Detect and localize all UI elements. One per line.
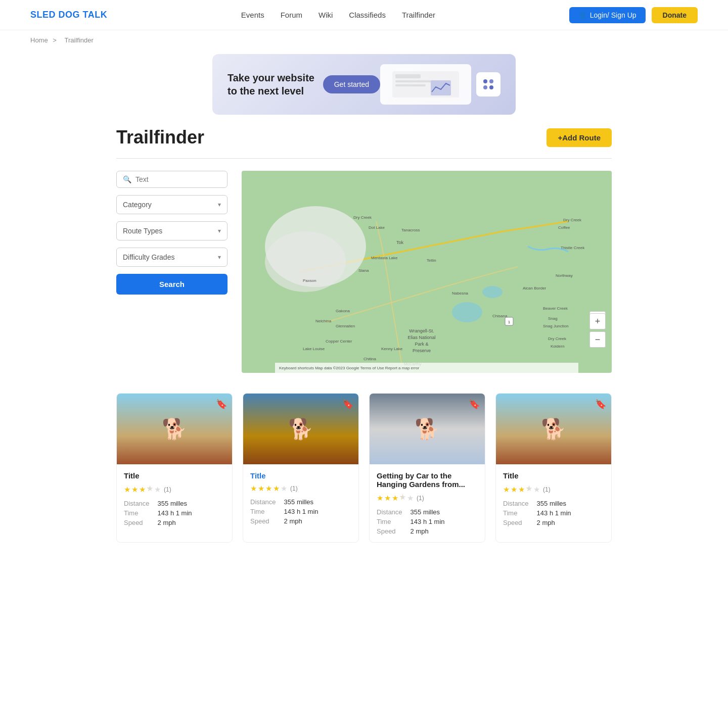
search-button[interactable]: Search [116, 274, 228, 295]
nav-trailfinder[interactable]: Trailfinder [402, 11, 435, 19]
bookmark-icon[interactable]: 🔖 [216, 399, 227, 410]
time-value: 143 h 1 min [537, 509, 604, 517]
svg-point-13 [482, 286, 503, 298]
bookmark-icon[interactable]: 🔖 [469, 399, 480, 410]
svg-text:Tetlin: Tetlin [427, 258, 436, 263]
rating-count: (1) [417, 495, 424, 502]
star-full: ★ [518, 485, 525, 494]
svg-point-6 [489, 79, 493, 83]
svg-rect-2 [395, 80, 436, 82]
star-full: ★ [511, 485, 517, 494]
zoom-out-button[interactable]: − [589, 331, 606, 348]
category-label: Category [123, 201, 152, 209]
time-label: Time [124, 509, 150, 517]
svg-rect-4 [431, 80, 451, 95]
distance-label: Distance [250, 498, 276, 506]
nav-forum[interactable]: Forum [281, 11, 302, 19]
svg-text:Gakona: Gakona [336, 309, 350, 313]
svg-text:Tok: Tok [396, 240, 404, 245]
category-chevron-down-icon: ▾ [218, 201, 221, 208]
ad-icon [476, 72, 500, 96]
star-empty: ★ [407, 494, 414, 503]
svg-text:Snag: Snag [548, 316, 558, 321]
star-half: ★ ★ [399, 493, 406, 503]
time-value: 143 h 1 min [411, 518, 478, 525]
svg-point-7 [483, 85, 487, 89]
rating-count: (1) [290, 485, 298, 492]
route-types-chevron-down-icon: ▾ [218, 227, 221, 234]
card-body: Title ★★★★★ (1) Distance 355 milles Time… [243, 464, 358, 532]
nav-wiki[interactable]: Wiki [318, 11, 333, 19]
card-stars: ★★★★★ (1) [250, 484, 351, 493]
category-dropdown[interactable]: Category ▾ [116, 195, 228, 214]
rating-count: (1) [543, 486, 551, 493]
main-content: 🔍 Category ▾ Route Types ▾ Difficulty Gr… [86, 158, 642, 543]
svg-text:Chitina: Chitina [363, 357, 376, 361]
map-container[interactable]: Tok Dry Creek Coffee Thistle Creek Lake … [242, 171, 612, 373]
card-body: Getting by Car to the Hanging Gardens fr… [370, 464, 485, 542]
svg-point-12 [452, 302, 482, 322]
svg-text:Mentasta Lake: Mentasta Lake [371, 256, 398, 260]
text-search-wrap: 🔍 [116, 171, 228, 188]
breadcrumb-home[interactable]: Home [30, 36, 48, 44]
speed-value: 2 mph [411, 527, 478, 535]
svg-text:Coffee: Coffee [558, 225, 570, 230]
difficulty-grades-chevron-down-icon: ▾ [218, 254, 221, 261]
nav-events[interactable]: Events [241, 11, 264, 19]
card-body: Title ★★★ ★ ★ ★ (1) Distance 355 milles … [496, 464, 611, 534]
distance-value: 355 milles [158, 500, 225, 507]
card-stars: ★★★ ★ ★ ★ (1) [124, 484, 225, 495]
star-full: ★ [392, 494, 398, 503]
star-empty: ★ [154, 485, 161, 494]
zoom-in-button[interactable]: + [589, 313, 606, 329]
search-icon: 🔍 [123, 175, 131, 183]
svg-text:Northway: Northway [556, 273, 573, 278]
header-actions: 👤 Login/ Sign Up Donate [569, 7, 698, 23]
trail-card[interactable]: 🐕 🔖 Title ★★★ ★ ★ ★ (1) Distance 355 mil… [495, 393, 612, 543]
nav-classifieds[interactable]: Classifieds [349, 11, 386, 19]
svg-text:Glennallen: Glennallen [336, 324, 355, 328]
cards-section: 🐕 🔖 Title ★★★ ★ ★ ★ (1) Distance 355 mil… [116, 393, 612, 543]
page-title-area: Trailfinder +Add Route [86, 127, 642, 158]
trail-card[interactable]: 🐕 🔖 Title ★★★ ★ ★ ★ (1) Distance 355 mil… [116, 393, 233, 543]
card-title: Title [503, 471, 604, 480]
difficulty-grades-dropdown[interactable]: Difficulty Grades ▾ [116, 248, 228, 267]
trail-card[interactable]: 🐕 🔖 Title ★★★★★ (1) Distance 355 milles … [243, 393, 359, 543]
star-full: ★ [503, 485, 510, 494]
bookmark-icon[interactable]: 🔖 [342, 399, 353, 410]
trail-card[interactable]: 🐕 🔖 Getting by Car to the Hanging Garden… [369, 393, 485, 543]
page-title: Trailfinder [116, 127, 204, 148]
distance-value: 355 milles [284, 498, 351, 506]
svg-text:Koidern: Koidern [551, 344, 565, 349]
star-full: ★ [124, 485, 130, 494]
breadcrumb-current: Trailfinder [65, 36, 94, 44]
card-title: Title [124, 471, 225, 480]
card-stats: Distance 355 milles Time 143 h 1 min Spe… [377, 508, 478, 535]
text-search-input[interactable] [135, 175, 221, 183]
svg-text:Snag Junction: Snag Junction [543, 324, 569, 328]
svg-text:Dot Lake: Dot Lake [369, 225, 385, 230]
star-full: ★ [384, 494, 391, 503]
speed-value: 2 mph [284, 517, 351, 525]
speed-label: Speed [124, 519, 150, 526]
svg-text:Tanacross: Tanacross [401, 228, 420, 232]
card-image-wrap: 🐕 🔖 [117, 394, 232, 464]
bookmark-icon[interactable]: 🔖 [595, 399, 606, 410]
svg-text:Nelchina: Nelchina [315, 319, 332, 323]
card-stats: Distance 355 milles Time 143 h 1 min Spe… [250, 498, 351, 525]
star-half: ★ ★ [147, 484, 153, 495]
card-image: 🐕 [370, 394, 485, 464]
svg-text:Slana: Slana [358, 268, 369, 273]
donate-button[interactable]: Donate [652, 7, 698, 23]
ad-get-started-button[interactable]: Get started [323, 75, 380, 93]
svg-text:Lake Louise: Lake Louise [303, 347, 325, 351]
login-button[interactable]: 👤 Login/ Sign Up [569, 7, 646, 23]
distance-label: Distance [377, 508, 402, 516]
logo[interactable]: SLED DOG TALK [30, 10, 107, 20]
add-route-button[interactable]: +Add Route [547, 128, 612, 147]
speed-label: Speed [503, 519, 529, 526]
card-image-wrap: 🐕 🔖 [243, 394, 358, 464]
svg-text:Nabesna: Nabesna [452, 291, 469, 296]
route-types-dropdown[interactable]: Route Types ▾ [116, 221, 228, 240]
svg-text:Dry Creek: Dry Creek [353, 215, 372, 220]
